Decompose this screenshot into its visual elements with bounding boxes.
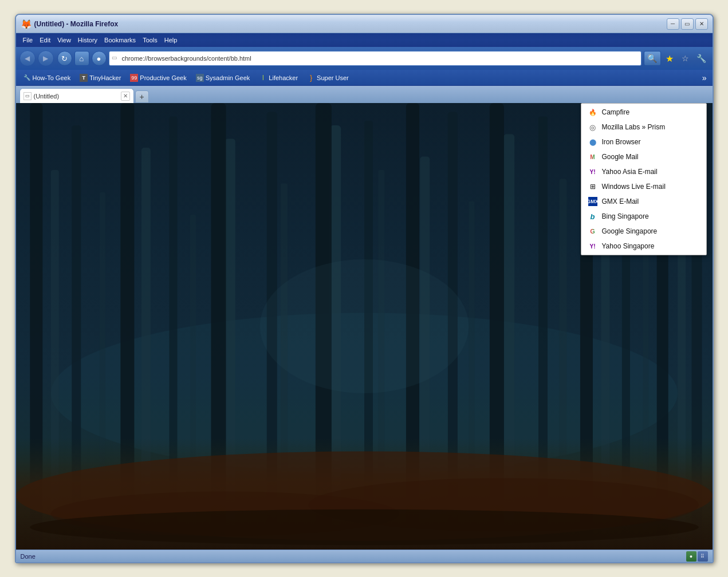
title-bar: 🦊 (Untitled) - Mozilla Firefox ─ ▭ ✕ <box>16 15 713 33</box>
address-icon: ▭ <box>112 54 120 62</box>
bookmark-productive-geek-label: Productive Geek <box>140 74 186 81</box>
bookmarks-bar: 🔧 How-To Geek T TinyHacker 99 Productive… <box>16 70 713 86</box>
yahoo-asia-email-favicon: Y! <box>588 167 597 176</box>
bookmark-super-user[interactable]: } Super User <box>304 73 352 83</box>
address-input[interactable] <box>122 55 639 62</box>
address-bar[interactable]: ▭ <box>109 51 642 66</box>
dropdown-item-google-singapore[interactable]: G Google Singapore <box>581 224 706 239</box>
bookmark-tiny-hacker-label: TinyHacker <box>89 74 121 81</box>
back-button[interactable]: ◀ <box>19 50 36 66</box>
bookmark-lifehacker[interactable]: l Lifehacker <box>255 73 301 83</box>
dropdown-item-mozilla-labs-prism[interactable]: ◎ Mozilla Labs » Prism <box>581 120 706 135</box>
menu-help[interactable]: Help <box>161 35 181 45</box>
menu-history[interactable]: History <box>74 35 101 45</box>
menu-file[interactable]: File <box>19 35 37 45</box>
dropdown-item-google-mail-label: Google Mail <box>602 153 639 161</box>
bookmark-productive-geek[interactable]: 99 Productive Geek <box>127 73 190 83</box>
campfire-favicon: 🔥 <box>588 108 597 117</box>
dropdown-item-bing-singapore-label: Bing Singapore <box>602 212 649 220</box>
sysadmin-geek-favicon: sg <box>196 74 204 82</box>
browser-window: 🦊 (Untitled) - Mozilla Firefox ─ ▭ ✕ Fil… <box>15 14 714 563</box>
bookmark-how-to-geek-label: How-To Geek <box>33 74 71 81</box>
bookmark-lifehacker-label: Lifehacker <box>269 74 298 81</box>
status-bar: Done ● ⠿ <box>16 550 713 562</box>
gmx-email-favicon: GMX <box>588 197 597 206</box>
menu-bar: File Edit View History Bookmarks Tools H… <box>16 33 713 47</box>
star-plain-icon[interactable]: ☆ <box>678 51 693 66</box>
super-user-favicon: } <box>307 74 315 82</box>
dropdown-item-mozilla-labs-prism-label: Mozilla Labs » Prism <box>602 123 666 131</box>
mozilla-labs-prism-favicon: ◎ <box>588 122 597 132</box>
window-title: (Untitled) - Mozilla Firefox <box>34 20 667 28</box>
dropdown-item-iron-browser[interactable]: ⬤ Iron Browser <box>581 135 706 149</box>
bookmarks-overflow-button[interactable]: » <box>700 72 709 84</box>
svg-point-38 <box>259 259 469 393</box>
dropdown-item-yahoo-singapore[interactable]: Y! Yahoo Singapore <box>581 239 706 254</box>
lifehacker-favicon: l <box>259 74 267 82</box>
menu-view[interactable]: View <box>54 35 74 45</box>
search-icon-btn[interactable]: 🔍 <box>644 51 661 66</box>
nav-bar: ◀ ▶ ↻ ⌂ ● ▭ 🔍 ★ ☆ 🔧 <box>16 47 713 70</box>
bookmark-tiny-hacker[interactable]: T TinyHacker <box>76 73 124 83</box>
windows-live-email-favicon: ⊞ <box>588 182 597 191</box>
reload-button[interactable]: ↻ <box>57 51 72 66</box>
close-button[interactable]: ✕ <box>695 18 708 30</box>
dropdown-item-gmx-email-label: GMX E-Mail <box>602 197 639 205</box>
svg-point-37 <box>30 509 698 545</box>
tab-untitled[interactable]: ▭ (Untitled) ✕ <box>19 88 134 103</box>
bookmark-star-icon[interactable]: ★ <box>662 51 677 66</box>
tab-bar: ▭ (Untitled) ✕ + <box>16 86 713 103</box>
bookmark-super-user-label: Super User <box>317 74 349 81</box>
home-button[interactable]: ⌂ <box>74 51 89 66</box>
iron-browser-favicon: ⬤ <box>588 137 597 147</box>
productive-geek-favicon: 99 <box>130 74 138 82</box>
dropdown-item-google-singapore-label: Google Singapore <box>602 227 658 235</box>
dropdown-item-yahoo-asia-email-label: Yahoo Asia E-mail <box>602 168 658 176</box>
new-tab-button[interactable]: + <box>135 90 149 103</box>
dropdown-item-campfire-label: Campfire <box>602 108 630 116</box>
tab-close-button[interactable]: ✕ <box>121 92 130 101</box>
dropdown-item-campfire[interactable]: 🔥 Campfire <box>581 105 706 120</box>
forward-button[interactable]: ▶ <box>38 50 54 66</box>
bookmark-sysadmin-geek[interactable]: sg Sysadmin Geek <box>192 73 254 83</box>
content-area: 🔥 Campfire ◎ Mozilla Labs » Prism ⬤ Iron… <box>16 103 713 550</box>
dropdown-item-yahoo-singapore-label: Yahoo Singapore <box>602 242 655 250</box>
dropdown-item-gmx-email[interactable]: GMX GMX E-Mail <box>581 194 706 209</box>
bing-singapore-favicon: b <box>588 212 597 221</box>
bookmarks-dropdown-menu: 🔥 Campfire ◎ Mozilla Labs » Prism ⬤ Iron… <box>581 103 707 255</box>
maximize-button[interactable]: ▭ <box>681 18 694 30</box>
dropdown-item-bing-singapore[interactable]: b Bing Singapore <box>581 209 706 224</box>
yahoo-singapore-favicon: Y! <box>588 242 597 251</box>
dropdown-item-yahoo-asia-email[interactable]: Y! Yahoo Asia E-mail <box>581 164 706 179</box>
tools-icon[interactable]: 🔧 <box>694 51 709 66</box>
minimize-button[interactable]: ─ <box>667 18 679 30</box>
dropdown-item-windows-live-email[interactable]: ⊞ Windows Live E-mail <box>581 179 706 194</box>
bookmark-sysadmin-geek-label: Sysadmin Geek <box>206 74 250 81</box>
status-secure-icon: ● <box>686 551 696 562</box>
shield-button[interactable]: ● <box>92 51 107 66</box>
status-text: Done <box>21 553 686 560</box>
google-singapore-favicon: G <box>588 227 597 236</box>
dropdown-item-windows-live-email-label: Windows Live E-mail <box>602 183 666 191</box>
nav-right-icons: 🔍 ★ ☆ 🔧 <box>644 51 709 66</box>
status-icons: ● ⠿ <box>686 551 708 562</box>
how-to-geek-favicon: 🔧 <box>23 74 31 82</box>
tiny-hacker-favicon: T <box>80 74 88 82</box>
dropdown-item-iron-browser-label: Iron Browser <box>602 138 641 146</box>
bookmark-how-to-geek[interactable]: 🔧 How-To Geek <box>19 73 74 83</box>
dropdown-item-google-mail[interactable]: M Google Mail <box>581 149 706 164</box>
tab-favicon: ▭ <box>23 92 32 100</box>
menu-edit[interactable]: Edit <box>36 35 54 45</box>
tab-title: (Untitled) <box>34 93 119 100</box>
status-info-icon: ⠿ <box>698 551 708 562</box>
menu-bookmarks[interactable]: Bookmarks <box>101 35 139 45</box>
window-controls: ─ ▭ ✕ <box>667 18 708 30</box>
menu-tools[interactable]: Tools <box>139 35 161 45</box>
google-mail-favicon: M <box>588 152 597 161</box>
firefox-icon: 🦊 <box>21 19 31 29</box>
